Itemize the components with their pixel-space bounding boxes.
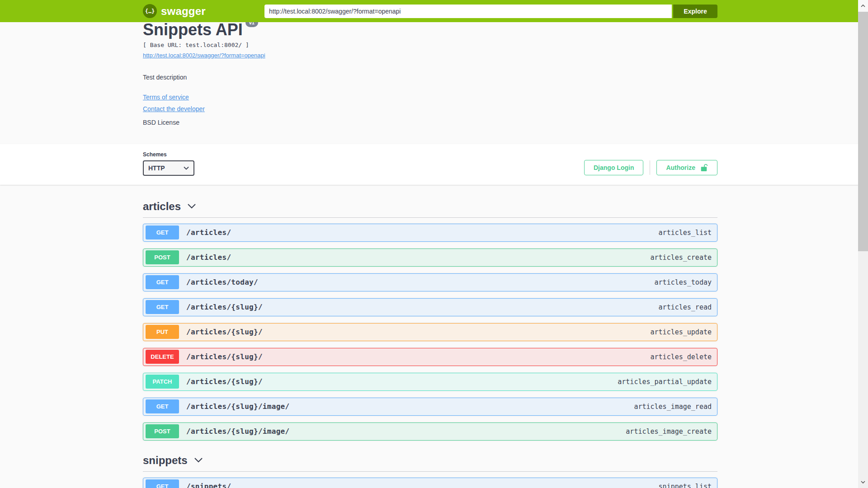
operation-path: /articles/ (186, 253, 231, 262)
chevron-down-icon (194, 456, 203, 465)
method-badge: GET (146, 300, 179, 314)
license-text: BSD License (143, 119, 717, 126)
chevron-down-icon (187, 202, 196, 211)
method-badge: POST (146, 250, 179, 264)
operation-row-articles_read[interactable]: GET/articles/{slug}/articles_read (143, 298, 717, 316)
api-section-snippets: snippetsGET/snippets/snippets_list (143, 451, 717, 488)
operation-path: /snippets/ (186, 482, 231, 488)
scrollbar-thumb[interactable] (858, 12, 868, 251)
chevron-down-icon (184, 166, 189, 170)
schemes-label: Schemes (143, 151, 194, 158)
explore-button[interactable]: Explore (673, 5, 717, 18)
operation-row-snippets_list[interactable]: GET/snippets/snippets_list (143, 478, 717, 488)
schemes-group: Schemes HTTP (143, 151, 194, 176)
operation-id: snippets_list (659, 483, 712, 488)
authorize-label: Authorize (666, 164, 695, 171)
method-badge: GET (146, 225, 179, 239)
scrollbar-up-arrow[interactable] (858, 0, 868, 12)
download-url-wrapper: Explore (264, 5, 717, 18)
operation-path: /articles/{slug}/image/ (186, 402, 289, 411)
operation-id: articles_create (651, 253, 712, 262)
operation-path: /articles/{slug}/image/ (186, 427, 289, 436)
operation-path: /articles/today/ (186, 278, 258, 286)
api-section-articles: articlesGET/articles/articles_listPOST/a… (143, 197, 717, 441)
operation-id: articles_today (655, 278, 712, 286)
operation-row-articles_image_create[interactable]: POST/articles/{slug}/image/articles_imag… (143, 422, 717, 441)
operation-id: articles_list (659, 229, 712, 237)
auth-separator (650, 160, 650, 175)
base-url: [ Base URL: test.local:8002/ ] (143, 42, 717, 48)
operation-list: GET/articles/articles_listPOST/articles/… (143, 218, 717, 441)
section-title: snippets (143, 454, 188, 467)
topbar: {…} swagger Explore (0, 0, 868, 22)
operation-id: articles_update (651, 328, 712, 336)
api-info: Snippets APIv1 [ Base URL: test.local:80… (143, 21, 717, 126)
method-badge: PATCH (146, 375, 179, 389)
django-login-button[interactable]: Django Login (584, 160, 643, 175)
method-badge: DELETE (146, 350, 179, 364)
spec-link[interactable]: http://test.local:8002/swagger/?format=o… (143, 52, 265, 59)
method-badge: PUT (146, 325, 179, 339)
page-title: Snippets API (143, 20, 243, 39)
method-badge: GET (146, 399, 179, 413)
operation-row-articles_list[interactable]: GET/articles/articles_list (143, 224, 717, 242)
operations: articlesGET/articles/articles_listPOST/a… (143, 197, 717, 488)
operation-list: GET/snippets/snippets_list (143, 472, 717, 488)
scheme-select[interactable]: HTTP (143, 160, 194, 176)
operation-id: articles_read (659, 303, 712, 311)
operation-id: articles_delete (651, 353, 712, 361)
unlocked-padlock-icon (700, 164, 708, 172)
method-badge: POST (146, 424, 179, 438)
swagger-logo-icon: {…} (143, 4, 157, 18)
brand-name: swagger (161, 5, 206, 18)
operation-path: /articles/{slug}/ (186, 328, 263, 336)
authorize-button[interactable]: Authorize (656, 160, 717, 175)
operation-path: /articles/{slug}/ (186, 352, 263, 361)
method-badge: GET (146, 479, 179, 488)
api-description: Test description (143, 74, 717, 81)
operation-row-articles_delete[interactable]: DELETE/articles/{slug}/articles_delete (143, 348, 717, 366)
swagger-logo-link[interactable]: {…} swagger (143, 4, 206, 18)
operation-row-articles_update[interactable]: PUT/articles/{slug}/articles_update (143, 323, 717, 341)
section-header-articles[interactable]: articles (143, 197, 717, 218)
scrollbar (858, 0, 868, 488)
operation-row-articles_create[interactable]: POST/articles/articles_create (143, 249, 717, 267)
operation-id: articles_partial_update (618, 378, 712, 386)
operation-id: articles_image_read (634, 403, 712, 411)
operation-row-articles_today[interactable]: GET/articles/today/articles_today (143, 273, 717, 291)
scheme-selected-value: HTTP (148, 164, 165, 172)
contact-developer-link[interactable]: Contact the developer (143, 105, 205, 113)
auth-wrapper: Django Login Authorize (584, 160, 717, 175)
spec-url-input[interactable] (264, 5, 672, 18)
operation-row-articles_image_read[interactable]: GET/articles/{slug}/image/articles_image… (143, 398, 717, 416)
section-title: articles (143, 200, 181, 213)
operation-path: /articles/ (186, 228, 231, 237)
operation-path: /articles/{slug}/ (186, 303, 263, 311)
method-badge: GET (146, 275, 179, 289)
terms-of-service-link[interactable]: Terms of service (143, 94, 189, 101)
scheme-container: Schemes HTTP Django Login Authorize (0, 144, 868, 185)
operation-row-articles_partial_update[interactable]: PATCH/articles/{slug}/articles_partial_u… (143, 373, 717, 391)
operation-path: /articles/{slug}/ (186, 377, 263, 386)
section-header-snippets[interactable]: snippets (143, 451, 717, 472)
django-login-label: Django Login (594, 164, 634, 171)
operation-id: articles_image_create (626, 427, 712, 436)
scrollbar-down-arrow[interactable] (858, 476, 868, 488)
